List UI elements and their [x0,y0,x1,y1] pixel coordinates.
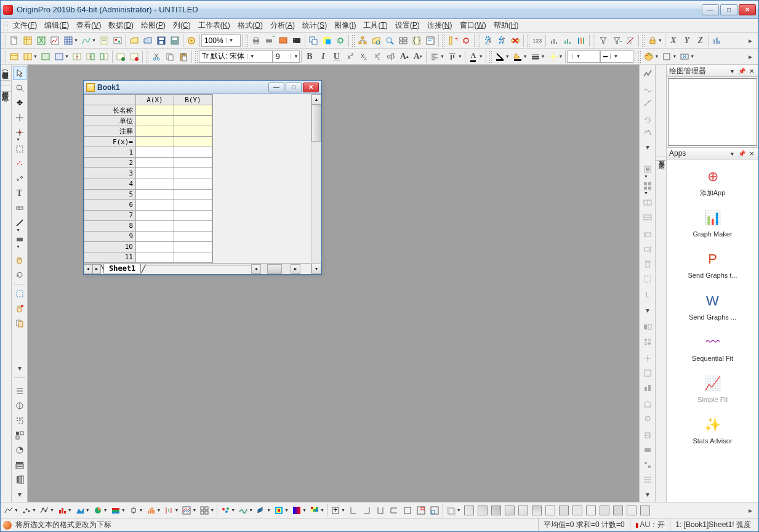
line-plot-icon[interactable] [2,504,15,517]
funnel-icon[interactable] [596,34,610,47]
rg8-icon[interactable] [641,272,654,286]
app-item[interactable]: ⊕添加App [667,163,758,204]
draw-data-icon[interactable] [13,172,26,185]
graph-manager-header[interactable]: 绘图管理器 ▾ 📌 ✕ [667,65,758,77]
corner-cell[interactable] [84,95,136,105]
maximize-button[interactable]: □ [720,4,737,15]
column-plot-icon[interactable] [55,504,69,517]
left-vtab[interactable]: 提示日志 [1,86,11,92]
3d-surface-icon[interactable] [236,504,250,517]
cell[interactable] [174,137,212,147]
rb8-icon[interactable] [641,429,654,442]
scroll-left-icon[interactable]: ◂ [251,264,261,274]
ws1-icon[interactable] [7,50,21,63]
ws7-icon[interactable] [97,50,111,63]
panel-close-icon[interactable]: ✕ [747,66,756,75]
movie-icon[interactable] [290,34,303,47]
copy-icon[interactable] [163,50,177,63]
cell[interactable] [174,116,212,126]
ws2-icon[interactable] [21,50,34,63]
axes-lr-icon[interactable] [374,504,387,517]
subscript-button[interactable]: x2 [357,50,371,63]
row-header[interactable]: 注释 [84,126,136,137]
new-graph-icon[interactable] [48,34,62,47]
row-header[interactable]: 7 [84,210,136,220]
row-header[interactable]: 4 [84,179,136,189]
toolbar-overflow-icon[interactable]: ▸ [744,50,757,63]
apps-header[interactable]: Apps ▾ 📌 ✕ [667,147,758,159]
ws6-icon[interactable] [84,50,97,63]
tpl10-icon[interactable] [584,504,598,517]
grid-sel-icon[interactable] [13,429,26,442]
close-button[interactable]: ✕ [739,4,756,15]
zoom-dropdown-icon[interactable]: ▼ [226,38,235,43]
merge-icon[interactable] [678,50,691,63]
scroll-thumb[interactable] [267,264,282,274]
line-width-combo[interactable]: ▼ [567,50,600,63]
rb7-icon[interactable] [641,412,654,425]
inset1-icon[interactable] [414,504,428,517]
vertical-scrollbar[interactable]: ▴ ▾ [311,94,321,274]
area-plot-icon[interactable] [73,504,87,517]
menu-item[interactable]: 列(C) [169,19,195,32]
rg6-icon[interactable] [641,243,654,256]
toolbar-grip[interactable] [592,34,595,47]
new-workbook-icon[interactable] [21,34,34,47]
menu-item[interactable]: 格式(O) [234,19,267,32]
mdi-client-area[interactable]: Book1 — □ ✕ A(X)B(Y) 长名称单位注释F(x)= 123456… [28,65,639,502]
tpl3-icon[interactable] [489,504,503,517]
hist-plot-icon[interactable] [145,504,158,517]
graph-manager-body[interactable] [668,78,757,146]
font-size-combo[interactable]: 9▼ [273,50,300,63]
minimize-button[interactable]: — [702,4,719,15]
horizontal-scrollbar[interactable]: ◂ ▸ [251,264,300,274]
cell[interactable] [136,105,174,116]
delete-row-icon[interactable] [508,34,522,47]
menu-item[interactable]: 分析(A) [267,19,299,32]
open-icon[interactable] [127,34,141,47]
left-vtab[interactable]: 项目管理器 (1) [1,65,11,81]
menu-item[interactable]: 图像(I) [331,19,359,32]
toolbar-overflow-icon[interactable]: ▾ [13,488,26,501]
toolbar-overflow-icon[interactable]: ▾ [13,361,26,375]
cut-icon[interactable] [150,50,163,63]
toolbar-grip[interactable] [641,34,645,47]
cell[interactable] [136,200,174,210]
cell[interactable] [136,189,174,200]
app-item[interactable]: WSend Graphs ... [667,288,758,329]
toolbar-grip[interactable] [642,160,653,162]
stats-bar-icon[interactable] [710,34,724,47]
rb10-icon[interactable] [641,458,654,472]
line-color-button[interactable] [493,50,507,63]
ws3-icon[interactable] [39,50,52,63]
new-layout-icon[interactable] [111,34,124,47]
scatter-plot-icon[interactable] [20,504,33,517]
ws8-icon[interactable] [114,50,127,63]
hierarchy-icon[interactable] [356,34,369,47]
toolbar-grip[interactable] [351,34,355,47]
menu-item[interactable]: 文件(F) [9,19,41,32]
new-matrix-icon[interactable] [62,34,75,47]
menu-item[interactable]: 窗口(W) [456,19,490,32]
cell[interactable] [174,179,212,189]
panel-menu-icon[interactable]: ▾ [728,149,736,158]
line-style-button[interactable] [529,50,542,63]
ws9-icon[interactable] [127,50,141,63]
cell[interactable] [136,252,174,262]
sheet-nav-first-icon[interactable]: ◂ [84,264,92,274]
rotate-tool-icon[interactable] [13,268,26,281]
row-header[interactable]: 单位 [84,116,136,126]
ws5-icon[interactable] [70,50,84,63]
cell[interactable] [174,210,212,220]
number-format-icon[interactable]: 123 [531,34,544,47]
multi-y-icon[interactable] [180,504,193,517]
cell[interactable] [174,231,212,241]
cell[interactable] [136,231,174,241]
theme-tab[interactable]: 结果 [656,156,666,161]
cell[interactable] [174,252,212,262]
rg2-icon[interactable] [641,179,654,193]
new-project-icon[interactable] [7,34,21,47]
row-header[interactable]: 5 [84,189,136,200]
row-header[interactable]: 2 [84,158,136,168]
app-item[interactable]: PSend Graphs t... [667,246,758,287]
